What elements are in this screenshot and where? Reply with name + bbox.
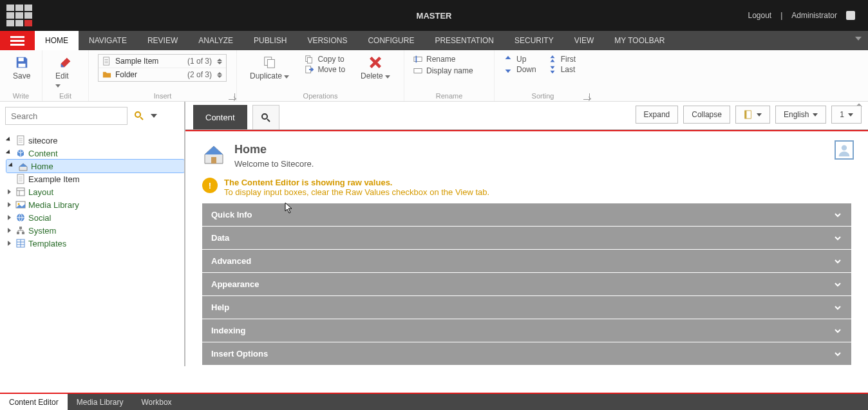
tree-node-sitecore[interactable]: sitecore [6,134,184,147]
sort-down-button[interactable]: Down [504,64,536,75]
section-quick-info[interactable]: Quick Info [202,203,851,227]
tab-review[interactable]: REVIEW [137,31,188,50]
tree-node-social[interactable]: Social [6,211,184,224]
chevron-down-icon [833,326,842,335]
app-logo[interactable] [6,5,32,26]
expand-toggle-icon[interactable] [6,201,13,208]
tree-node-templates[interactable]: Templates [6,237,184,250]
tree-node-label: Media Library [28,200,79,210]
tree-search-input[interactable] [5,107,127,125]
tab-versions[interactable]: VERSIONS [297,31,357,50]
expand-toggle-icon[interactable] [6,240,13,247]
spinner-icon[interactable] [217,72,222,78]
group-launcher-icon[interactable] [583,93,590,100]
section-help[interactable]: Help [202,296,851,319]
spinner-icon[interactable] [217,59,222,64]
section-indexing[interactable]: Indexing [202,319,851,342]
tab-home[interactable]: HOME [35,31,79,50]
svg-rect-21 [19,227,22,229]
rename-button[interactable]: Rename [413,54,455,64]
sort-last-button[interactable]: Last [548,64,576,75]
tab-security[interactable]: SECURITY [504,31,564,50]
edit-button[interactable]: Edit [52,54,79,91]
tab-view[interactable]: VIEW [564,31,605,50]
svg-rect-6 [308,57,312,63]
topbar: MASTER Logout | Administrator [0,0,868,31]
expand-toggle-icon[interactable] [6,227,13,234]
tab-mytoolbar[interactable]: MY TOOLBAR [604,31,675,50]
bottom-tab-workbox[interactable]: Workbox [132,394,180,410]
tab-navigate[interactable]: NAVIGATE [79,31,137,50]
logout-link[interactable]: Logout [748,11,771,20]
tree-node-system[interactable]: System [6,224,184,237]
move-to-button[interactable]: Move to [305,64,345,75]
search-options-dropdown[interactable] [151,114,157,118]
section-advanced[interactable]: Advanced [202,250,851,273]
expand-toggle-icon[interactable] [6,214,13,221]
context-title: MASTER [417,11,452,21]
bottom-tab-media-library[interactable]: Media Library [68,394,133,410]
language-button[interactable]: English [775,106,826,124]
section-appearance[interactable]: Appearance [202,273,851,296]
expand-toggle-icon[interactable] [9,163,15,169]
sort-first-button[interactable]: First [548,54,576,64]
item-title: Home [234,143,314,156]
tab-publish[interactable]: PUBLISH [243,31,297,50]
tree-node-media-library[interactable]: Media Library [6,198,184,211]
svg-rect-31 [745,111,747,118]
ribbon-caret-icon[interactable] [855,37,862,41]
tab-presentation[interactable]: PRESENTATION [424,31,504,50]
expand-toggle-icon[interactable] [6,150,13,156]
section-label: Insert Options [211,349,268,359]
section-label: Advanced [211,256,251,266]
bottom-tab-content-editor[interactable]: Content Editor [0,394,68,410]
group-launcher-icon[interactable] [229,93,235,100]
insert-folder[interactable]: Folder(2 of 3) [99,68,226,81]
hamburger-menu[interactable] [0,31,35,50]
media-icon [15,200,26,210]
user-avatar-icon[interactable] [846,11,855,20]
tree-node-label: Templates [28,239,66,248]
user-name[interactable]: Administrator [791,11,837,20]
insert-sample-item[interactable]: Sample Item(1 of 3) [99,55,226,68]
tree-node-home[interactable]: Home [6,160,184,172]
save-button[interactable]: Save [9,54,34,82]
copy-to-button[interactable]: Copy to [305,54,345,64]
chevron-down-icon [833,210,842,219]
social-icon [15,212,26,223]
tree-node-example-item[interactable]: Example Item [6,172,184,185]
svg-line-12 [140,117,143,120]
display-name-button[interactable]: Display name [413,66,473,76]
delete-button[interactable]: Delete [357,54,394,82]
svg-rect-8 [414,57,422,62]
tree-node-label: sitecore [28,136,58,145]
view-options-button[interactable] [735,106,770,124]
item-subtitle: Welcome to Sitecore. [234,159,314,169]
tab-analyze[interactable]: ANALYZE [188,31,243,50]
expand-toggle-icon[interactable] [6,137,13,144]
svg-rect-33 [211,157,216,163]
sort-up-button[interactable]: Up [504,54,536,64]
expand-toggle-icon[interactable] [6,189,13,195]
tree-pane: sitecoreContentHomeExample ItemLayoutMed… [0,102,185,366]
item-owner-avatar[interactable] [835,140,854,160]
content-tab[interactable]: Content [193,105,247,129]
version-button[interactable]: 1 [831,106,862,124]
tree-node-content[interactable]: Content [6,147,184,160]
search-icon[interactable] [134,111,144,121]
duplicate-button[interactable]: Duplicate [246,54,293,82]
svg-point-32 [842,145,847,151]
chevron-down-icon [833,349,842,359]
move-icon [305,65,314,74]
section-data[interactable]: Data [202,227,851,250]
home-icon [18,161,28,171]
section-insert-options[interactable]: Insert Options [202,342,851,366]
document-icon [102,57,111,66]
search-tab[interactable] [252,105,279,129]
insert-options-list[interactable]: Sample Item(1 of 3) Folder(2 of 3) [98,54,227,82]
expand-button[interactable]: Expand [636,106,679,124]
first-icon [548,55,557,64]
collapse-button[interactable]: Collapse [683,106,730,124]
tree-node-layout[interactable]: Layout [6,185,184,198]
tab-configure[interactable]: CONFIGURE [357,31,424,50]
